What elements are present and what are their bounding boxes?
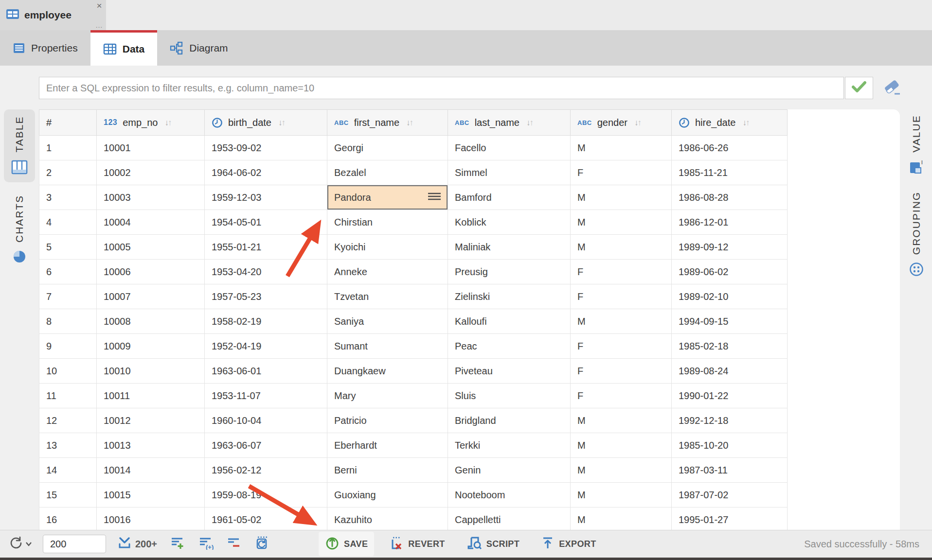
- row-number-cell[interactable]: 10: [39, 359, 97, 384]
- sidebar-item-grouping[interactable]: GROUPING: [902, 188, 931, 280]
- grid-cell[interactable]: Guoxiang: [327, 483, 448, 508]
- row-number-cell[interactable]: 4: [39, 210, 97, 235]
- grid-cell[interactable]: 1989-08-24: [672, 359, 788, 384]
- grid-cell[interactable]: Peac: [448, 334, 571, 359]
- grid-cell[interactable]: F: [571, 260, 672, 284]
- grid-cell[interactable]: 1985-02-18: [672, 334, 788, 359]
- column-header-hire_date[interactable]: hire_date↓↑: [672, 110, 788, 136]
- grid-cell[interactable]: 1952-04-19: [205, 334, 327, 359]
- grid-cell[interactable]: 1989-02-10: [672, 284, 788, 309]
- cell-menu-icon[interactable]: [427, 192, 442, 204]
- refresh-button[interactable]: [9, 536, 32, 552]
- row-number-cell[interactable]: 1: [39, 136, 97, 160]
- apply-filter-button[interactable]: [845, 77, 873, 99]
- row-number-cell[interactable]: 14: [39, 458, 97, 483]
- grid-cell[interactable]: Georgi: [327, 136, 448, 160]
- tab-properties[interactable]: Properties: [0, 30, 90, 66]
- grid-cell[interactable]: Genin: [448, 458, 571, 483]
- tab-diagram[interactable]: Diagram: [157, 30, 240, 66]
- grid-cell[interactable]: Tzvetan: [327, 284, 448, 309]
- grid-cell[interactable]: 1963-06-07: [205, 433, 327, 458]
- grid-cell[interactable]: 10010: [97, 359, 205, 384]
- grid-cell[interactable]: Cappelletti: [448, 508, 571, 532]
- grid-cell[interactable]: M: [571, 458, 672, 483]
- sort-icon[interactable]: ↓↑: [164, 119, 172, 127]
- grid-cell[interactable]: Berni: [327, 458, 448, 483]
- grid-cell[interactable]: 10012: [97, 408, 205, 433]
- column-header-first_name[interactable]: ABCfirst_name↓↑: [327, 110, 448, 136]
- grid-cell[interactable]: Eberhardt: [327, 433, 448, 458]
- grid-cell[interactable]: 1987-03-11: [672, 458, 788, 483]
- grid-cell[interactable]: 10006: [97, 260, 205, 284]
- grid-cell[interactable]: 1953-11-07: [205, 384, 327, 408]
- grid-cell[interactable]: 1964-06-02: [205, 160, 327, 185]
- sort-icon[interactable]: ↓↑: [634, 119, 642, 127]
- grid-cell[interactable]: M: [571, 185, 672, 210]
- grid-cell[interactable]: 10003: [97, 185, 205, 210]
- grid-cell[interactable]: 1990-01-22: [672, 384, 788, 408]
- tab-data[interactable]: Data: [90, 30, 158, 66]
- grid-cell[interactable]: Duangkaew: [327, 359, 448, 384]
- column-header-emp_no[interactable]: 123emp_no↓↑: [97, 110, 205, 136]
- row-number-cell[interactable]: 5: [39, 235, 97, 260]
- sort-icon[interactable]: ↓↑: [526, 119, 534, 127]
- grid-cell[interactable]: M: [571, 235, 672, 260]
- revert-button[interactable]: REVERT: [383, 532, 451, 556]
- grid-cell[interactable]: Bezalel: [327, 160, 448, 185]
- column-header-gender[interactable]: ABCgender↓↑: [571, 110, 672, 136]
- column-header-last_name[interactable]: ABClast_name↓↑: [448, 110, 571, 136]
- grid-cell[interactable]: 1992-12-18: [672, 408, 788, 433]
- grid-cell[interactable]: 1989-09-12: [672, 235, 788, 260]
- grid-cell[interactable]: F: [571, 359, 672, 384]
- grid-cell[interactable]: 10005: [97, 235, 205, 260]
- grid-cell[interactable]: Saniya: [327, 309, 448, 334]
- row-number-cell[interactable]: 2: [39, 160, 97, 185]
- grid-cell[interactable]: 10008: [97, 309, 205, 334]
- grid-cell[interactable]: F: [571, 334, 672, 359]
- grid-cell[interactable]: M: [571, 483, 672, 508]
- grid-cell[interactable]: Anneke: [327, 260, 448, 284]
- row-number-cell[interactable]: 9: [39, 334, 97, 359]
- grid-cell[interactable]: 1958-02-19: [205, 309, 327, 334]
- grid-cell[interactable]: 1955-01-21: [205, 235, 327, 260]
- grid-cell[interactable]: Preusig: [448, 260, 571, 284]
- more-dots-icon[interactable]: …: [95, 22, 103, 28]
- grid-cell[interactable]: 1985-10-20: [672, 433, 788, 458]
- fetch-size-input[interactable]: [43, 535, 106, 553]
- grid-cell[interactable]: 1960-10-04: [205, 408, 327, 433]
- grid-cell[interactable]: Koblick: [448, 210, 571, 235]
- row-number-cell[interactable]: 16: [39, 508, 97, 532]
- duplicate-row-button[interactable]: (+): [199, 536, 214, 552]
- grid-cell[interactable]: 10013: [97, 433, 205, 458]
- sort-icon[interactable]: ↓↑: [278, 119, 286, 127]
- grid-cell[interactable]: M: [571, 433, 672, 458]
- sidebar-item-value[interactable]: I VALUE: [902, 112, 931, 178]
- grid-cell[interactable]: Terkki: [448, 433, 571, 458]
- grid-cell[interactable]: Kalloufi: [448, 309, 571, 334]
- grid-cell[interactable]: 1954-05-01: [205, 210, 327, 235]
- grid-cell[interactable]: Sluis: [448, 384, 571, 408]
- grid-cell[interactable]: 10004: [97, 210, 205, 235]
- column-header-#[interactable]: #: [39, 110, 97, 136]
- grid-cell[interactable]: 1986-12-01: [672, 210, 788, 235]
- grid-cell[interactable]: 1987-07-02: [672, 483, 788, 508]
- sql-filter-input[interactable]: [39, 77, 844, 99]
- grid-cell[interactable]: Mary: [327, 384, 448, 408]
- script-button[interactable]: SCRIPT: [460, 532, 526, 556]
- save-button[interactable]: SAVE: [319, 532, 374, 556]
- grid-cell[interactable]: F: [571, 384, 672, 408]
- grid-cell[interactable]: 1986-06-26: [672, 136, 788, 160]
- grid-cell[interactable]: 1985-11-21: [672, 160, 788, 185]
- grid-cell[interactable]: 1994-09-15: [672, 309, 788, 334]
- grid-cell[interactable]: 1995-01-27: [672, 508, 788, 532]
- grid-cell[interactable]: Nooteboom: [448, 483, 571, 508]
- grid-cell[interactable]: Simmel: [448, 160, 571, 185]
- grid-cell[interactable]: 10015: [97, 483, 205, 508]
- grid-cell[interactable]: Kyoichi: [327, 235, 448, 260]
- grid-cell[interactable]: Piveteau: [448, 359, 571, 384]
- row-number-cell[interactable]: 6: [39, 260, 97, 284]
- row-number-cell[interactable]: 3: [39, 185, 97, 210]
- grid-cell[interactable]: 10014: [97, 458, 205, 483]
- grid-cell[interactable]: 1957-05-23: [205, 284, 327, 309]
- grid-cell[interactable]: Bridgland: [448, 408, 571, 433]
